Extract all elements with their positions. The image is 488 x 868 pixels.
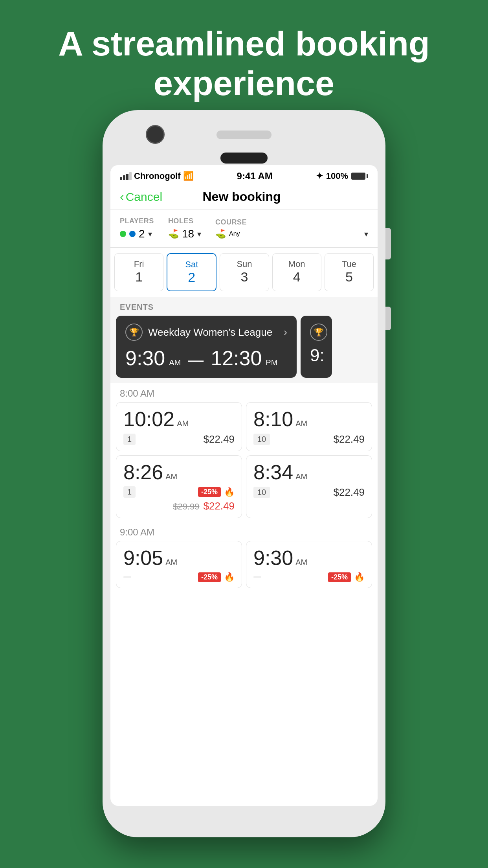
date-num-1: 1: [118, 269, 160, 285]
slot-810-time: 8:10: [253, 409, 293, 429]
course-group: COURSE ⛳ Any ▾: [215, 218, 368, 239]
battery-percent: 100%: [326, 171, 348, 181]
slot-834-time-row: 8:34 AM: [253, 462, 365, 482]
course-pin-icon: ⛳: [215, 229, 226, 239]
slot-930-time-row: 9:30 AM: [253, 548, 365, 568]
fire-icon-2: 🔥: [224, 572, 235, 582]
slot-834-price: $22.49: [333, 486, 365, 498]
back-chevron-icon: ‹: [120, 189, 124, 204]
date-day-mon: Mon: [276, 259, 318, 269]
slot-826-time-row: 8:26 AM: [123, 462, 235, 482]
date-sun-3[interactable]: Sun 3: [220, 253, 269, 291]
event-2-time-partial: 9:: [310, 346, 323, 365]
slot-905-badge: [123, 576, 131, 578]
slots-grid-9am: 9:05 AM -25% 🔥 9:30 AM: [110, 541, 378, 592]
event-card-1[interactable]: 🏆 Weekday Women's League › 9:30 AM — 12:…: [116, 316, 297, 378]
holes-label: HOLES: [168, 217, 201, 225]
cancel-button[interactable]: ‹ Cancel: [120, 189, 162, 204]
slot-1002-time: 10:02: [123, 409, 174, 429]
slot-826am[interactable]: 8:26 AM 1 -25% 🔥 $29.99 $22.49: [116, 455, 242, 518]
cancel-label: Cancel: [126, 190, 162, 204]
slot-826-prices: $29.99 $22.49: [123, 500, 235, 512]
holes-dropdown-icon: ▾: [197, 229, 201, 239]
battery-body: [351, 173, 365, 180]
event-end-time: 12:30: [211, 346, 262, 370]
event-start-period: AM: [169, 358, 181, 367]
phone-screen: Chronogolf 📶 9:41 AM ✦ 100% ‹ Cancel New…: [110, 165, 378, 806]
event-card-2-partial[interactable]: 🏆 9:: [301, 316, 332, 378]
dot-blue-icon: [129, 231, 136, 237]
phone-side-btn: [385, 228, 391, 259]
date-num-5: 5: [328, 269, 370, 285]
slot-810-period: AM: [295, 419, 307, 428]
date-sat-2[interactable]: Sat 2: [167, 253, 216, 291]
event-dash: —: [188, 351, 204, 369]
event-chevron-icon: ›: [284, 326, 287, 338]
holes-group: HOLES ⛳ 18 ▾: [168, 217, 201, 240]
slot-905-discount-badge: -25%: [198, 572, 221, 582]
headline-text: A streamlined booking experience: [16, 24, 472, 103]
event-name-row: 🏆 Weekday Women's League ›: [125, 324, 287, 341]
date-fri-1[interactable]: Fri 1: [114, 253, 163, 291]
phone-frame: Chronogolf 📶 9:41 AM ✦ 100% ‹ Cancel New…: [103, 110, 385, 837]
phone-camera: [146, 125, 165, 144]
date-day-fri: Fri: [118, 259, 160, 269]
dot-green-icon: [120, 231, 126, 237]
slot-810am[interactable]: 8:10 AM 10 $22.49: [246, 402, 372, 451]
fire-icon-3: 🔥: [354, 572, 365, 582]
bluetooth-icon: ✦: [316, 171, 323, 181]
slot-1002am[interactable]: 10:02 AM 1 $22.49: [116, 402, 242, 451]
slot-826-original-price: $29.99: [173, 502, 199, 512]
slot-1002-price: $22.49: [203, 433, 235, 445]
time-group-header-9am: 9:00 AM: [110, 522, 378, 541]
wifi-icon: 📶: [183, 171, 194, 181]
signal-bar-3: [126, 174, 128, 180]
date-day-sun: Sun: [223, 259, 265, 269]
event-time-row: 9:30 AM — 12:30 PM: [125, 346, 287, 370]
phone-speaker: [216, 131, 272, 139]
slot-834-period: AM: [295, 472, 307, 481]
event-end-period: PM: [266, 358, 277, 367]
event-name-text: Weekday Women's League: [148, 326, 272, 338]
slot-810-bottom: 10 $22.49: [253, 433, 365, 445]
date-mon-4[interactable]: Mon 4: [272, 253, 321, 291]
slot-930-bottom: -25% 🔥: [253, 572, 365, 582]
slot-905-bottom: -25% 🔥: [123, 572, 235, 582]
slot-930-period: AM: [295, 558, 307, 567]
players-value-row[interactable]: 2 ▾: [120, 228, 154, 240]
event-start-time: 9:30: [125, 346, 165, 370]
course-dropdown-icon: ▾: [364, 229, 368, 239]
status-time: 9:41 AM: [237, 171, 273, 182]
date-selector: Fri 1 Sat 2 Sun 3 Mon 4 Tue 5: [110, 248, 378, 297]
slot-1002-badge: 1: [123, 434, 136, 445]
slot-905am[interactable]: 9:05 AM -25% 🔥: [116, 541, 242, 588]
holes-value-row[interactable]: ⛳ 18 ▾: [168, 228, 201, 240]
slot-826-period: AM: [165, 472, 177, 481]
date-tue-5[interactable]: Tue 5: [325, 253, 374, 291]
slot-834am[interactable]: 8:34 AM 10 $22.49: [246, 455, 372, 518]
slot-930am[interactable]: 9:30 AM -25% 🔥: [246, 541, 372, 588]
players-number: 2: [139, 228, 145, 240]
trophy-circle-2-icon: 🏆: [310, 324, 327, 341]
slot-930-time: 9:30: [253, 548, 293, 568]
slot-826-discount-badge: -25%: [198, 487, 221, 497]
course-value-row[interactable]: ⛳ Any ▾: [215, 229, 368, 239]
battery-tip: [367, 174, 368, 178]
signal-bar-1: [120, 177, 122, 180]
app-headline: A streamlined booking experience: [0, 0, 488, 103]
phone-earpiece: [220, 153, 268, 164]
event-2-trophy: 🏆: [310, 324, 323, 341]
slot-1002-bottom: 1 $22.49: [123, 433, 235, 445]
players-group: PLAYERS 2 ▾: [120, 217, 154, 240]
slot-905-time: 9:05: [123, 548, 163, 568]
status-right: ✦ 100%: [316, 171, 368, 181]
holes-number: 18: [182, 228, 194, 240]
slot-826-discount-row: -25% 🔥: [198, 487, 235, 497]
slot-826-badge: 1: [123, 486, 136, 498]
status-left: Chronogolf 📶: [120, 171, 194, 181]
event-name-left: 🏆 Weekday Women's League: [125, 324, 272, 341]
nav-bar: ‹ Cancel New booking: [110, 186, 378, 210]
signal-bars: [120, 172, 132, 180]
carrier-text: Chronogolf: [134, 171, 181, 181]
status-bar: Chronogolf 📶 9:41 AM ✦ 100%: [110, 165, 378, 186]
